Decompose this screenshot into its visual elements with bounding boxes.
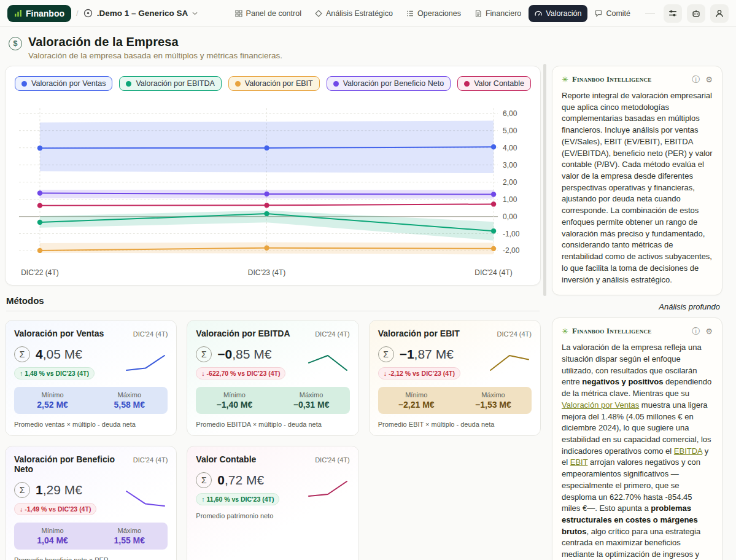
methods-grid: Valoración por Ventas DIC'24 (4T) Σ 4,05… — [5, 320, 541, 560]
method-value: 4,05 M€ — [36, 347, 82, 362]
info-icon[interactable]: ⓘ — [692, 327, 700, 335]
trend-arrow-icon: ↓ — [201, 370, 204, 377]
gear-icon[interactable]: ⚙ — [705, 76, 713, 84]
summary-paragraph: Reporte integral de valoración empresari… — [562, 90, 713, 286]
svg-text:3,00: 3,00 — [503, 161, 517, 169]
min-value: 1,04 M€ — [37, 535, 68, 545]
legend-valoracion-por-ventas[interactable]: Valoración por Ventas — [15, 76, 112, 91]
gear-icon[interactable]: ⚙ — [705, 327, 713, 335]
method-card-valor-contable[interactable]: Valor Contable DIC'24 (4T) Σ 0,72 M€ ↑ 1… — [187, 446, 358, 560]
max-value: −0,31 M€ — [293, 400, 330, 410]
logo-text: Finanboo — [26, 9, 64, 18]
method-period: DIC'24 (4T) — [315, 456, 350, 464]
sigma-icon: Σ — [196, 472, 212, 488]
sigma-icon: Σ — [14, 482, 30, 498]
legend-valoracion-por-ebitda[interactable]: Valoración por EBITDA — [119, 76, 221, 91]
svg-text:4,00: 4,00 — [503, 144, 517, 152]
method-title: Valoración por EBIT — [378, 329, 460, 338]
settings-sliders-button[interactable] — [664, 4, 682, 23]
valuation-chart-card: Valoración por Ventas Valoración por EBI… — [5, 66, 541, 286]
legend-valoracion-por-beneficio-neto[interactable]: Valoración por Beneficio Neto — [327, 76, 451, 91]
minmax-row: Mínimo1,04 M€ Máximo1,55 M€ — [14, 523, 168, 550]
svg-text:0,00: 0,00 — [503, 212, 517, 221]
nav-analisis-estrategico[interactable]: Análisis Estratégico — [309, 5, 399, 22]
robot-icon — [692, 9, 700, 18]
nav-panel-de-control[interactable]: Panel de control — [229, 5, 308, 22]
min-value: 2,52 M€ — [37, 400, 68, 410]
svg-text:5,00: 5,00 — [503, 126, 517, 135]
series-dot — [126, 81, 131, 87]
sigma-icon: Σ — [196, 346, 212, 362]
page-header: $ Valoración de la Empresa Valoración de… — [0, 27, 736, 66]
delta-badge: ↑ 11,60 % vs DIC'23 (4T) — [196, 493, 279, 505]
page-subtitle: Valoración de la empresa basada en múlti… — [28, 51, 282, 60]
topbar-actions — [664, 4, 729, 23]
method-card-ebitda[interactable]: Valoración por EBITDA DIC'24 (4T) Σ −0,8… — [187, 320, 358, 436]
user-button[interactable] — [710, 4, 729, 23]
method-formula: Promedio EBIT × múltiplo - deuda neta — [378, 421, 532, 428]
intelligence-analysis-card: ✳ Finanboo Intelligence ⓘ ⚙ La valoració… — [552, 317, 722, 560]
diamond-icon — [315, 10, 322, 17]
max-value: 5,58 M€ — [114, 400, 145, 410]
method-value: 0,72 M€ — [217, 473, 264, 488]
nav-comite[interactable]: Comité — [589, 5, 637, 22]
trend-arrow-icon: ↓ — [20, 505, 23, 513]
nav-operaciones[interactable]: Operaciones — [400, 5, 467, 22]
intelligence-summary-card: ✳ Finanboo Intelligence ⓘ ⚙ Reporte inte… — [552, 66, 722, 295]
topbar: Finanboo / .Demo 1 – Generico SA Panel d… — [0, 0, 736, 27]
breadcrumb-separator: / — [76, 9, 79, 18]
dollar-circle-icon: $ — [9, 37, 22, 50]
method-value: −1,87 M€ — [400, 347, 454, 362]
inline-link[interactable]: EBITDA — [674, 446, 702, 456]
checklist-icon — [406, 10, 414, 17]
sparkline — [123, 352, 168, 374]
method-card-ventas[interactable]: Valoración por Ventas DIC'24 (4T) Σ 4,05… — [5, 320, 177, 436]
deep-analysis-label: Análisis profundo — [554, 302, 720, 311]
svg-text:6,00: 6,00 — [503, 109, 517, 118]
legend-valor-contable[interactable]: Valor Contable — [457, 76, 531, 91]
min-value: −2,21 M€ — [398, 400, 435, 410]
sigma-icon: Σ — [378, 346, 394, 362]
inline-link[interactable]: Valoración por Ventas — [562, 400, 639, 410]
chevron-down-icon — [192, 12, 198, 15]
sliders-icon — [668, 9, 677, 18]
sparkline — [306, 478, 350, 500]
trend-arrow-icon: ↑ — [201, 496, 204, 503]
trend-arrow-icon: ↑ — [20, 370, 23, 377]
nav-divider — [645, 13, 655, 14]
chart-legend: Valoración por Ventas Valoración por EBI… — [12, 72, 534, 96]
svg-text:DIC'22 (4T): DIC'22 (4T) — [21, 268, 58, 277]
assistant-button[interactable] — [687, 4, 705, 23]
gauge-icon — [535, 10, 542, 17]
minmax-row: Mínimo−1,40 M€ Máximo−0,31 M€ — [196, 387, 349, 414]
bar-chart-icon — [14, 9, 22, 17]
method-title: Valoración por Beneficio Neto — [14, 454, 130, 474]
scrollbar-thumb[interactable] — [543, 64, 546, 296]
method-value: −0,85 M€ — [217, 347, 271, 362]
inline-link[interactable]: EBIT — [570, 457, 588, 467]
minmax-row: Mínimo2,52 M€ Máximo5,58 M€ — [14, 387, 168, 414]
delta-badge: ↓ -1,49 % vs DIC'23 (4T) — [14, 503, 96, 515]
analysis-paragraph: La valoración de la empresa refleja una … — [562, 342, 713, 560]
method-card-ebit[interactable]: Valoración por EBIT DIC'24 (4T) Σ −1,87 … — [369, 320, 541, 436]
info-icon[interactable]: ⓘ — [692, 76, 700, 84]
svg-text:DIC'23 (4T): DIC'23 (4T) — [248, 268, 285, 277]
sparkle-icon: ✳ — [562, 327, 568, 336]
svg-text:-1,00: -1,00 — [503, 230, 520, 238]
breadcrumb-company[interactable]: .Demo 1 – Generico SA — [83, 9, 198, 18]
svg-text:2,00: 2,00 — [503, 178, 517, 187]
legend-valoracion-por-ebit[interactable]: Valoración por EBIT — [228, 76, 320, 91]
finanboo-logo[interactable]: Finanboo — [7, 5, 71, 22]
method-title: Valor Contable — [196, 454, 256, 464]
valuation-chart: 6,005,004,003,002,001,000,00-1,00-2,00DI… — [12, 96, 534, 280]
nav-valoracion[interactable]: Valoración — [529, 5, 587, 22]
sparkline — [123, 488, 168, 510]
method-card-beneficio-neto[interactable]: Valoración por Beneficio Neto DIC'24 (4T… — [5, 446, 177, 560]
user-icon — [715, 9, 724, 18]
method-value: 1,29 M€ — [36, 483, 82, 497]
max-value: 1,55 M€ — [114, 535, 145, 545]
delta-badge: ↓ -622,70 % vs DIC'23 (4T) — [196, 367, 285, 379]
nav-financiero[interactable]: Financiero — [468, 5, 527, 22]
method-title: Valoración por Ventas — [14, 329, 104, 338]
method-formula: Promedio ventas × múltiplo - deuda neta — [14, 421, 168, 428]
